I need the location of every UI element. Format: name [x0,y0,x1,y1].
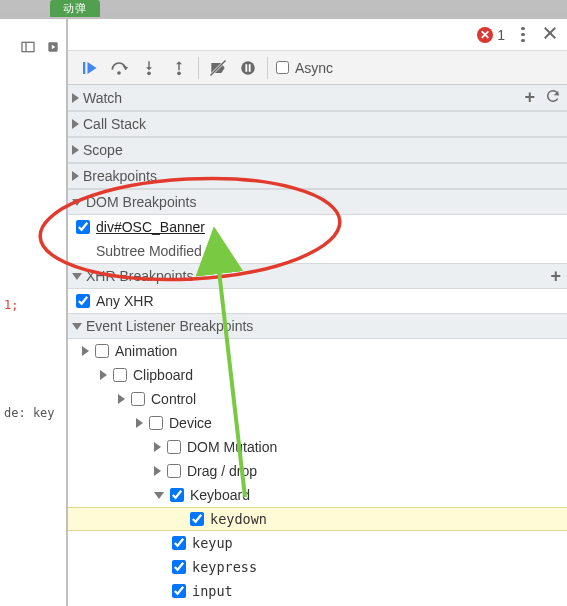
event-keyup[interactable]: keyup [68,531,567,555]
resume-icon[interactable] [74,53,104,83]
section-event-listener-breakpoints[interactable]: Event Listener Breakpoints [68,313,567,339]
section-label: DOM Breakpoints [86,194,196,210]
section-dom-breakpoints[interactable]: DOM Breakpoints [68,189,567,215]
event-checkbox[interactable] [172,560,186,574]
event-checkbox[interactable] [172,584,186,598]
async-label: Async [295,60,333,76]
step-over-icon[interactable] [104,53,134,83]
deactivate-breakpoints-icon[interactable] [203,53,233,83]
svg-marker-15 [176,61,182,64]
dom-breakpoint-target[interactable]: div#OSC_Banner [96,219,205,235]
category-checkbox[interactable] [170,488,184,502]
event-category-device[interactable]: Device [68,411,567,435]
expand-icon [154,442,161,452]
svg-rect-20 [249,64,251,72]
event-label: keydown [210,511,267,527]
expand-icon [154,466,161,476]
async-checkbox-input[interactable] [276,61,289,74]
section-scope[interactable]: Scope [68,137,567,163]
category-checkbox[interactable] [95,344,109,358]
close-devtools-icon[interactable] [541,24,559,45]
expand-icon [72,145,79,155]
play-script-icon[interactable] [43,37,62,56]
event-category-keyboard[interactable]: Keyboard [68,483,567,507]
event-input[interactable]: input [68,579,567,603]
debugger-sidebar: ✕ 1 [68,19,567,606]
collapse-icon [72,199,82,206]
category-checkbox[interactable] [131,392,145,406]
category-label: Control [151,391,196,407]
category-label: DOM Mutation [187,439,277,455]
error-badge[interactable]: ✕ 1 [477,27,505,43]
svg-point-13 [177,71,181,75]
svg-rect-0 [22,42,34,51]
devtools-main: 1; de: key ✕ 1 [0,17,567,606]
any-xhr-checkbox[interactable] [76,294,90,308]
event-checkbox[interactable] [190,512,204,526]
event-label: input [192,583,233,599]
section-label: Watch [83,90,122,106]
svg-point-10 [147,71,151,75]
event-category-control[interactable]: Control [68,387,567,411]
dom-breakpoint-type: Subtree Modified [68,239,567,263]
event-label: keypress [192,559,257,575]
svg-point-8 [117,71,121,75]
step-into-icon[interactable] [134,53,164,83]
add-xhr-breakpoint-icon[interactable]: + [550,266,561,287]
category-label: Keyboard [190,487,250,503]
expand-icon [72,119,79,129]
source-panel-strip: 1; de: key [0,19,68,606]
section-watch[interactable]: Watch + [68,85,567,111]
category-label: Animation [115,343,177,359]
event-keydown[interactable]: keydown [68,507,567,531]
expand-icon [82,346,89,356]
refresh-icon[interactable] [545,88,561,107]
debug-toolbar: Async [68,51,567,85]
error-icon: ✕ [477,27,493,43]
source-mini-toolbar [0,23,66,71]
category-label: Device [169,415,212,431]
section-label: Call Stack [83,116,146,132]
section-xhr-breakpoints[interactable]: XHR Breakpoints + [68,263,567,289]
svg-point-18 [241,61,255,75]
dom-breakpoint-row[interactable]: div#OSC_Banner [68,215,567,239]
category-checkbox[interactable] [113,368,127,382]
any-xhr-row[interactable]: Any XHR [68,289,567,313]
event-keypress[interactable]: keypress [68,555,567,579]
svg-rect-19 [245,64,247,72]
section-callstack[interactable]: Call Stack [68,111,567,137]
any-xhr-label: Any XHR [96,293,154,309]
event-checkbox[interactable] [172,536,186,550]
event-label: keyup [192,535,233,551]
svg-marker-12 [146,67,152,70]
collapse-icon [72,273,82,280]
expand-icon [100,370,107,380]
category-label: Clipboard [133,367,193,383]
event-category-animation[interactable]: Animation [68,339,567,363]
show-navigator-icon[interactable] [18,37,37,56]
dom-breakpoint-checkbox[interactable] [76,220,90,234]
category-checkbox[interactable] [149,416,163,430]
event-category-dom-mutation[interactable]: DOM Mutation [68,435,567,459]
svg-rect-6 [83,62,85,74]
pause-on-exceptions-icon[interactable] [233,53,263,83]
step-out-icon[interactable] [164,53,194,83]
expand-icon [72,93,79,103]
truncated-source-code: 1; de: key [0,71,66,453]
event-category-drag-drop[interactable]: Drag / drop [68,459,567,483]
category-label: Drag / drop [187,463,257,479]
kebab-menu-icon[interactable] [515,27,531,43]
add-watch-icon[interactable]: + [524,87,535,108]
category-checkbox[interactable] [167,464,181,478]
category-checkbox[interactable] [167,440,181,454]
section-breakpoints[interactable]: Breakpoints [68,163,567,189]
window-tabbar: 动弹 [0,0,567,17]
async-checkbox[interactable]: Async [276,60,333,76]
code-fragment-2: de: key [4,405,66,421]
svg-marker-7 [88,62,97,74]
sidebar-sections: Watch + Call Stack Scope Breakpoints [68,85,567,606]
error-count: 1 [497,27,505,43]
toolbar-separator [198,57,199,79]
event-category-clipboard[interactable]: Clipboard [68,363,567,387]
browser-tab[interactable]: 动弹 [50,0,100,17]
